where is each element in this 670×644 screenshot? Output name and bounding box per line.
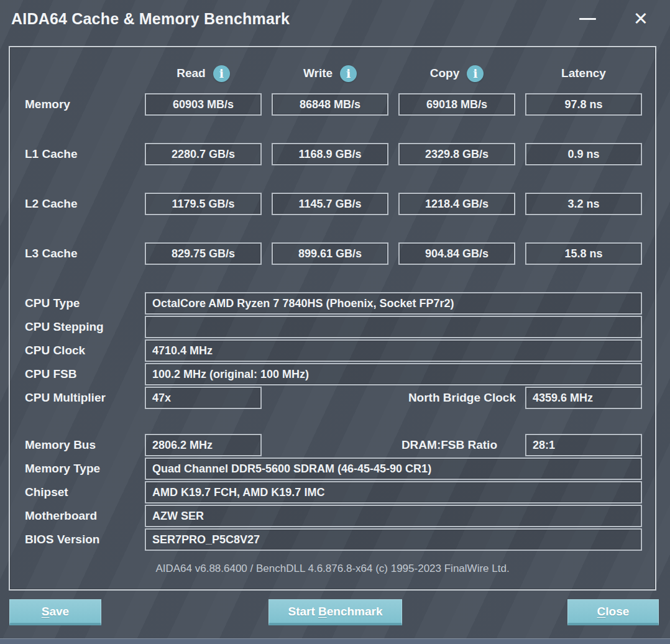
l1-latency-value: 0.9 ns <box>525 143 642 165</box>
row-label-l2-cache: L2 Cache <box>25 193 77 215</box>
memory-read-value: 60903 MB/s <box>145 93 262 116</box>
label-cpu-fsb: CPU FSB <box>25 363 76 385</box>
write-header-label: Write <box>303 67 333 80</box>
label-motherboard: Motherboard <box>25 505 97 527</box>
l2-read-value: 1179.5 GB/s <box>145 193 262 215</box>
memory-latency-value: 97.8 ns <box>525 93 642 116</box>
copy-header-label: Copy <box>430 67 460 80</box>
l3-latency-value: 15.8 ns <box>525 242 642 265</box>
l1-copy-value: 2329.8 GB/s <box>398 143 515 165</box>
motherboard-value: AZW SER <box>145 505 642 527</box>
read-header-label: Read <box>177 67 205 80</box>
memory-copy-value: 69018 MB/s <box>398 93 515 116</box>
label-cpu-clock: CPU Clock <box>25 339 85 362</box>
l1-write-value: 1168.9 GB/s <box>272 143 388 165</box>
minimize-icon <box>579 18 596 20</box>
start-benchmark-button-label: Start Benchmark <box>288 605 382 619</box>
l2-write-value: 1145.7 GB/s <box>272 193 388 215</box>
row-label-l3-cache: L3 Cache <box>25 242 77 265</box>
memory-write-value: 86848 MB/s <box>272 93 388 116</box>
label-north-bridge-clock: North Bridge Clock <box>272 387 516 409</box>
cpu-stepping-value <box>145 316 642 338</box>
column-header-write: Write i <box>272 63 388 84</box>
read-info-icon[interactable]: i <box>213 65 230 82</box>
close-window-button[interactable]: ✕ <box>626 6 655 31</box>
window-title: AIDA64 Cache & Memory Benchmark <box>11 10 290 28</box>
write-info-icon[interactable]: i <box>340 65 357 82</box>
label-bios-version: BIOS Version <box>25 528 99 551</box>
save-button[interactable]: Save <box>9 599 101 625</box>
start-benchmark-button[interactable]: Start Benchmark <box>268 599 402 625</box>
version-credit-text: AIDA64 v6.88.6400 / BenchDLL 4.6.876.8-x… <box>9 563 656 575</box>
bios-version-value: SER7PRO_P5C8V27 <box>145 528 642 551</box>
cpu-type-value: OctalCore AMD Ryzen 7 7840HS (Phoenix, S… <box>145 292 642 315</box>
row-label-memory: Memory <box>25 93 70 116</box>
column-header-latency: Latency <box>525 63 642 84</box>
label-memory-type: Memory Type <box>25 458 100 480</box>
row-label-l1-cache: L1 Cache <box>25 143 77 165</box>
label-cpu-type: CPU Type <box>25 292 80 315</box>
l3-copy-value: 904.84 GB/s <box>398 242 515 265</box>
label-memory-bus: Memory Bus <box>25 434 96 456</box>
cpu-multiplier-value: 47x <box>145 387 262 409</box>
copy-info-icon[interactable]: i <box>467 65 484 82</box>
memory-type-value: Quad Channel DDR5-5600 SDRAM (46-45-45-9… <box>145 458 642 480</box>
close-button[interactable]: Close <box>567 599 659 625</box>
close-button-label: Close <box>597 605 630 619</box>
l1-read-value: 2280.7 GB/s <box>145 143 262 165</box>
memory-bus-value: 2806.2 MHz <box>145 434 262 456</box>
label-cpu-multiplier: CPU Multiplier <box>25 387 106 409</box>
cpu-clock-value: 4710.4 MHz <box>145 339 642 362</box>
latency-header-label: Latency <box>561 67 606 80</box>
aida64-benchmark-window: AIDA64 Cache & Memory Benchmark ✕ Read i… <box>0 0 670 644</box>
label-chipset: Chipset <box>25 481 68 504</box>
label-cpu-stepping: CPU Stepping <box>25 316 104 338</box>
chipset-value: AMD K19.7 FCH, AMD K19.7 IMC <box>145 481 642 504</box>
l2-copy-value: 1218.4 GB/s <box>398 193 515 215</box>
save-button-label: Save <box>42 605 69 619</box>
column-header-copy: Copy i <box>398 63 515 84</box>
l3-read-value: 829.75 GB/s <box>145 242 262 265</box>
column-header-read: Read i <box>145 63 262 84</box>
cpu-fsb-value: 100.2 MHz (original: 100 MHz) <box>145 363 642 385</box>
close-icon: ✕ <box>633 8 648 29</box>
window-bottom-edge <box>0 638 670 644</box>
l3-write-value: 899.61 GB/s <box>272 242 388 265</box>
minimize-button[interactable] <box>573 6 602 31</box>
north-bridge-clock-value: 4359.6 MHz <box>525 387 642 409</box>
l2-latency-value: 3.2 ns <box>525 193 642 215</box>
dram-fsb-ratio-value: 28:1 <box>525 434 642 456</box>
label-dram-fsb-ratio: DRAM:FSB Ratio <box>272 434 497 456</box>
